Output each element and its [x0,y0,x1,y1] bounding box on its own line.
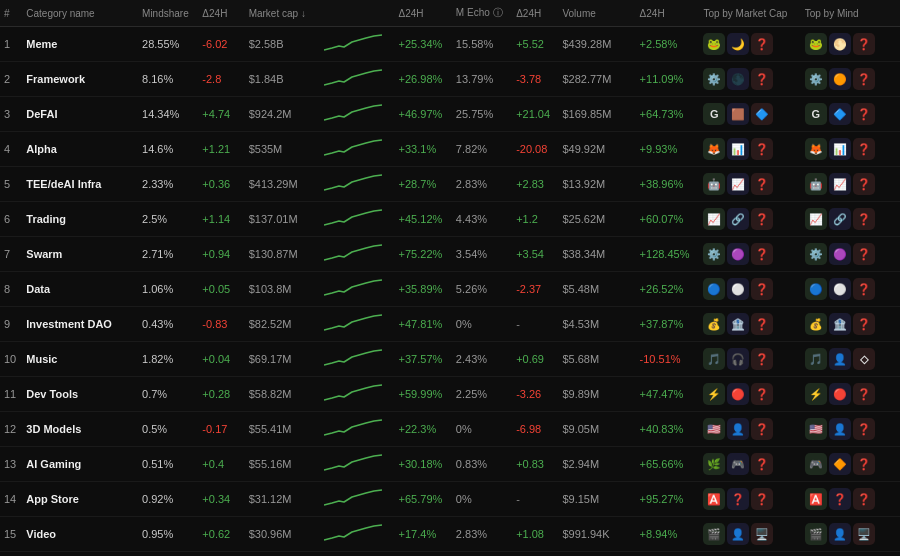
delta-mc-cell: +28.7% [395,167,452,202]
top-mc-cell: 🖥️🔹🖥️ [699,552,800,557]
rank-cell: 13 [0,447,22,482]
delta-mc-cell: +47.81% [395,307,452,342]
table-row[interactable]: 1 Meme 28.55% -6.02 $2.58B +25.34% 15.58… [0,27,900,62]
delta-mc-cell: +75.22% [395,237,452,272]
table-row[interactable]: 6 Trading 2.5% +1.14 $137.01M +45.12% 4.… [0,202,900,237]
token-icon: ❓ [751,453,773,475]
delta-vol-cell: +26.52% [636,272,700,307]
token-icon: 💰 [805,313,827,335]
delta-mc-cell: +30.18% [395,447,452,482]
col-delta-vol: Δ24H [636,0,700,27]
delta-echo-cell: +2.25 [512,552,558,557]
token-icon: 🟠 [829,68,851,90]
mindshare-cell: 0.5% [138,412,198,447]
table-row[interactable]: 2 Framework 8.16% -2.8 $1.84B +26.98% 13… [0,62,900,97]
table-row[interactable]: 11 Dev Tools 0.7% +0.28 $58.82M +59.99% … [0,377,900,412]
top-ms-cell: 🤖📈❓ [801,167,900,202]
token-icon: ❓ [853,103,875,125]
token-icon: 🟣 [829,243,851,265]
category-name-cell: Framework [22,62,138,97]
rank-cell: 4 [0,132,22,167]
rank-cell: 16 [0,552,22,557]
token-icon: 👤 [829,418,851,440]
delta-ms-cell: +0.62 [198,517,244,552]
table-row[interactable]: 7 Swarm 2.71% +0.94 $130.87M +75.22% 3.5… [0,237,900,272]
table-row[interactable]: 4 Alpha 14.6% +1.21 $535M +33.1% 7.82% -… [0,132,900,167]
token-icon: ⚙️ [703,243,725,265]
echo-cell: 2.83% [452,167,512,202]
mcap-cell: $69.17M [245,342,320,377]
token-icon: 👤 [727,523,749,545]
token-icon: 🔵 [703,278,725,300]
token-icon: 🔴 [727,383,749,405]
token-icon: ❓ [853,68,875,90]
category-name-cell: TEE/deAI Infra [22,167,138,202]
top-ms-cell: 🎵👤◇ [801,342,900,377]
top-mc-cell: 💰🏦❓ [699,307,800,342]
mindshare-cell: 0.51% [138,447,198,482]
echo-cell: 5.26% [452,272,512,307]
token-icon: 🔗 [829,208,851,230]
table-row[interactable]: 5 TEE/deAI Infra 2.33% +0.36 $413.29M +2… [0,167,900,202]
top-ms-cell: 🅰️❓❓ [801,482,900,517]
delta-vol-cell: +64.73% [636,97,700,132]
delta-ms-cell: +1.14 [198,202,244,237]
rank-cell: 10 [0,342,22,377]
rank-cell: 2 [0,62,22,97]
category-name-cell: Video [22,517,138,552]
table-row[interactable]: 9 Investment DAO 0.43% -0.83 $82.52M +47… [0,307,900,342]
top-mc-cell: 🎬👤🖥️ [699,517,800,552]
category-name-cell: Meme [22,27,138,62]
table-row[interactable]: 10 Music 1.82% +0.04 $69.17M +37.57% 2.4… [0,342,900,377]
mindshare-cell: 0.43% [138,307,198,342]
sparkline-cell [320,552,395,557]
volume-cell: $169.85M [558,97,635,132]
table-row[interactable]: 14 App Store 0.92% +0.34 $31.12M +65.79%… [0,482,900,517]
top-mc-cell: 🐸🌙❓ [699,27,800,62]
token-icon: ❓ [751,313,773,335]
token-icon: 🌕 [829,33,851,55]
delta-echo-cell: -20.08 [512,132,558,167]
token-icon: ❓ [751,418,773,440]
table-row[interactable]: 16 Launchpad 0.22% -0.25 $29.7M +52.03% … [0,552,900,557]
delta-vol-cell: -10.51% [636,342,700,377]
top-ms-cell: 🎮🔶❓ [801,447,900,482]
mcap-cell: $924.2M [245,97,320,132]
mcap-cell: $535M [245,132,320,167]
token-icon: ❓ [751,33,773,55]
mcap-cell: $82.52M [245,307,320,342]
col-category: Category name [22,0,138,27]
token-icon: 🤖 [805,173,827,195]
table-row[interactable]: 8 Data 1.06% +0.05 $103.8M +35.89% 5.26%… [0,272,900,307]
volume-cell: $4.53M [558,307,635,342]
table-row[interactable]: 13 AI Gaming 0.51% +0.4 $55.16M +30.18% … [0,447,900,482]
token-icon: ⚪ [829,278,851,300]
token-icon: 👤 [829,348,851,370]
sparkline-cell [320,237,395,272]
col-delta-ms: Δ24H [198,0,244,27]
sparkline-cell [320,62,395,97]
delta-mc-cell: +59.99% [395,377,452,412]
token-icon: 🎵 [805,348,827,370]
top-ms-cell: 🔵⚪❓ [801,272,900,307]
delta-ms-cell: -6.02 [198,27,244,62]
mcap-cell: $30.96M [245,517,320,552]
delta-mc-cell: +17.4% [395,517,452,552]
token-icon: 🌙 [727,33,749,55]
category-name-cell: Music [22,342,138,377]
volume-cell: $49.92M [558,132,635,167]
delta-mc-cell: +46.97% [395,97,452,132]
table-row[interactable]: 3 DeFAI 14.34% +4.74 $924.2M +46.97% 25.… [0,97,900,132]
mindshare-cell: 0.95% [138,517,198,552]
delta-echo-cell: +21.04 [512,97,558,132]
table-row[interactable]: 12 3D Models 0.5% -0.17 $55.41M +22.3% 0… [0,412,900,447]
table-header: # Category name Mindshare Δ24H Market ca… [0,0,900,27]
token-icon: 🅰️ [703,488,725,510]
delta-ms-cell: -0.17 [198,412,244,447]
table-row[interactable]: 15 Video 0.95% +0.62 $30.96M +17.4% 2.83… [0,517,900,552]
mindshare-cell: 2.5% [138,202,198,237]
delta-mc-cell: +37.57% [395,342,452,377]
top-ms-cell: 🦊📊❓ [801,132,900,167]
delta-vol-cell: +8.94% [636,517,700,552]
token-icon: ❓ [853,243,875,265]
